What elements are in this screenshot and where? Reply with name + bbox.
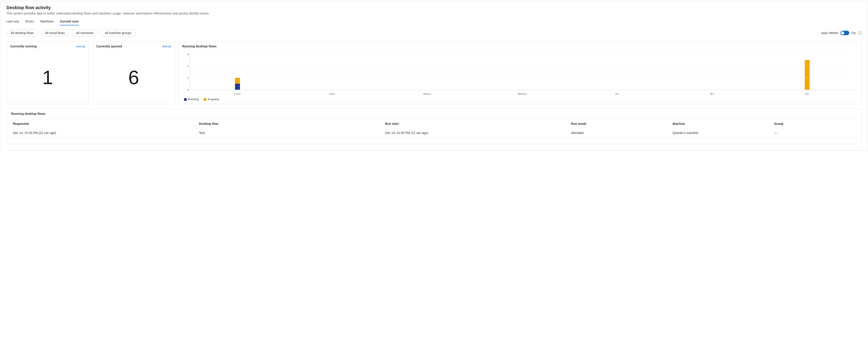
bar-slot bbox=[665, 54, 760, 90]
toggle-knob bbox=[841, 31, 844, 34]
cell-machine: Quentin's machine bbox=[671, 128, 772, 138]
auto-refresh-label: Auto refresh bbox=[821, 31, 838, 35]
legend-swatch bbox=[204, 98, 206, 101]
tab-errors[interactable]: Errors bbox=[26, 18, 34, 25]
x-label: 30mins+ bbox=[475, 91, 570, 95]
bar-slot bbox=[475, 54, 570, 90]
queued-count: 6 bbox=[93, 51, 175, 104]
filter-all-machine-groups[interactable]: All machine groups bbox=[100, 30, 135, 36]
see-all-running-link[interactable]: See all bbox=[76, 45, 85, 48]
running-flows-table-card: Running desktop flows RequestedDesktop f… bbox=[6, 109, 862, 144]
tab-last-runs[interactable]: Last runs bbox=[6, 18, 20, 25]
info-icon[interactable]: i bbox=[858, 31, 862, 35]
col-run-mode[interactable]: Run mode bbox=[569, 120, 671, 128]
y-tick: 0 bbox=[183, 89, 189, 91]
bar-slot bbox=[570, 54, 665, 90]
filter-all-cloud-flows[interactable]: All cloud flows bbox=[41, 30, 69, 36]
col-group[interactable]: Group bbox=[772, 120, 857, 128]
bar-slot bbox=[285, 54, 380, 90]
chart-legend: RunningIn queue bbox=[183, 95, 857, 102]
legend-label: Running bbox=[188, 97, 199, 101]
cell-run-start: Dec 14, 01:55 PM (12 sec ago) bbox=[383, 128, 569, 138]
x-label: <1min bbox=[190, 91, 285, 95]
col-requested[interactable]: Requested bbox=[11, 120, 197, 128]
col-run-start[interactable]: Run start bbox=[383, 120, 569, 128]
cell-run-mode: Attended bbox=[569, 128, 671, 138]
tab-machines[interactable]: Machines bbox=[40, 18, 54, 25]
col-desktop-flow[interactable]: Desktop flow bbox=[197, 120, 383, 128]
cell-desktop-flow: Test bbox=[197, 128, 383, 138]
bar-slot bbox=[190, 54, 285, 90]
x-label: 1min+ bbox=[285, 91, 380, 95]
bar-segment-in-queue bbox=[805, 60, 810, 90]
tabs: Last runsErrorsMachinesCurrent runs bbox=[6, 18, 862, 26]
col-machine[interactable]: Machine bbox=[671, 120, 772, 128]
y-tick: 6 bbox=[183, 53, 189, 56]
legend-swatch bbox=[184, 98, 187, 101]
bar-segment-running bbox=[235, 84, 240, 90]
table-row[interactable]: Dec 14, 01:55 PM (31 sec ago)TestDec 14,… bbox=[11, 128, 857, 138]
legend-item-running: Running bbox=[184, 97, 199, 101]
card-currently-running: Currently running See all 1 bbox=[6, 42, 89, 104]
see-all-queued-link[interactable]: See all bbox=[162, 45, 171, 48]
bar-segment-in-queue bbox=[235, 78, 240, 84]
cell-group: — bbox=[772, 128, 857, 138]
card-queued-title: Currently queued bbox=[96, 44, 122, 48]
auto-refresh-toggle[interactable] bbox=[840, 31, 849, 35]
auto-refresh-group: Auto refresh On i bbox=[821, 31, 862, 35]
page-frame: Desktop flow activity This section provi… bbox=[1, 1, 867, 151]
chart-title: Running desktop flows bbox=[179, 42, 861, 48]
x-label: 5mins+ bbox=[380, 91, 475, 95]
x-label: 2h+ bbox=[664, 91, 760, 95]
auto-refresh-state: On bbox=[851, 31, 856, 35]
y-tick: 4 bbox=[183, 65, 189, 67]
card-running-title: Currently running bbox=[10, 44, 36, 48]
cards-row: Currently running See all 1 Currently qu… bbox=[6, 42, 862, 104]
filter-row: All desktop flowsAll cloud flowsAll mach… bbox=[6, 30, 862, 36]
bar-slot bbox=[380, 54, 475, 90]
filter-all-machines[interactable]: All machines bbox=[72, 30, 98, 36]
card-running-chart: Running desktop flows 0246 <1min1min+5mi… bbox=[179, 42, 862, 104]
running-flows-table: RequestedDesktop flowRun startRun modeMa… bbox=[11, 120, 857, 138]
x-label: 3h+ bbox=[760, 91, 855, 95]
filter-all-desktop-flows[interactable]: All desktop flows bbox=[6, 30, 38, 36]
bar-slot bbox=[760, 54, 855, 90]
running-count: 1 bbox=[7, 51, 89, 104]
table-title: Running desktop flows bbox=[11, 112, 857, 116]
page-title: Desktop flow activity bbox=[6, 5, 862, 10]
cell-requested: Dec 14, 01:55 PM (31 sec ago) bbox=[11, 128, 197, 138]
x-label: 1h+ bbox=[570, 91, 664, 95]
page-subtitle: This section provides data to better und… bbox=[6, 11, 862, 15]
bar-chart: 0246 bbox=[190, 54, 857, 90]
legend-label: In queue bbox=[208, 97, 219, 101]
tab-current-runs[interactable]: Current runs bbox=[60, 18, 79, 25]
card-currently-queued: Currently queued See all 6 bbox=[92, 42, 175, 104]
y-tick: 2 bbox=[183, 77, 189, 79]
legend-item-in-queue: In queue bbox=[204, 97, 219, 101]
